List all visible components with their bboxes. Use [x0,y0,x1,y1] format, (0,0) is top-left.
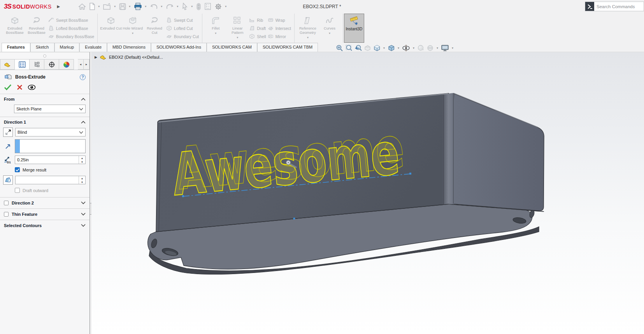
model-canvas[interactable]: Awesome Awesome Awesome [91,52,644,334]
featuremanager-tree-tab[interactable] [0,59,15,70]
open-caret[interactable]: ▾ [114,5,116,8]
end-condition-dropdown[interactable]: Blind [15,128,86,136]
curves-button[interactable]: Curves ▾ [319,14,340,42]
select-caret[interactable]: ▾ [191,5,193,8]
save-caret[interactable]: ▾ [129,5,130,8]
depth-spinner[interactable]: ▲▼ [79,156,85,164]
model-right-face[interactable] [449,94,544,211]
lofted-cut-button[interactable]: Lofted Cut [166,24,199,32]
curves-caret[interactable]: ▾ [329,31,330,35]
lofted-boss-base-button[interactable]: Lofted Boss/Base [48,24,94,32]
tab-mbd-dimensions[interactable]: MBD Dimensions [107,43,151,52]
spin-up-icon[interactable]: ▲ [79,176,85,180]
previous-view-icon[interactable] [354,44,362,52]
home-icon[interactable] [77,2,87,11]
spin-down-icon[interactable]: ▼ [79,160,85,164]
tab-scroll-right[interactable]: ▸ [84,59,89,70]
options-caret[interactable]: ▾ [225,5,226,8]
apply-scene-caret[interactable]: ▾ [437,46,438,50]
swept-cut-button[interactable]: Swept Cut [166,16,199,24]
redo-caret[interactable]: ▾ [177,5,178,8]
tab-solidworks-cam-tbm[interactable]: SOLIDWORKS CAM TBM [257,43,318,52]
file-properties-icon[interactable] [203,2,212,11]
selected-contours-section-header[interactable]: Selected Contours [0,220,89,231]
options-gear-icon[interactable] [213,2,223,11]
print-caret[interactable]: ▾ [145,5,146,8]
apply-scene-icon[interactable] [426,44,434,52]
revolved-cut-button[interactable]: Revolved Cut [144,14,165,42]
linear-pattern-button[interactable]: Linear Pattern ▾ [226,14,248,42]
tab-sketch[interactable]: Sketch [30,43,54,52]
select-icon[interactable] [181,2,190,11]
spin-down-icon[interactable]: ▼ [79,180,85,184]
display-style-icon[interactable] [387,44,395,52]
rib-button[interactable]: Rib [249,16,266,24]
cancel-button[interactable] [17,84,23,90]
search-commands-input[interactable] [594,4,644,9]
view-orientation-icon[interactable] [373,44,381,52]
thin-feature-section-header[interactable]: Thin Feature [0,209,89,220]
rebuild-icon[interactable] [195,2,202,11]
direction1-section-header[interactable]: Direction 1 [0,117,89,126]
wrap-button[interactable]: Wrap [268,16,291,24]
fillet-button[interactable]: Fillet ▾ [205,14,226,42]
depth-input[interactable] [15,157,79,162]
new-document-icon[interactable] [88,2,97,11]
help-icon[interactable]: ? [80,74,86,80]
direction2-section-header[interactable]: Direction 2 [0,198,89,208]
edit-appearance-icon[interactable] [417,44,425,52]
zoom-to-fit-icon[interactable] [335,44,344,52]
draft-angle-field[interactable]: ▲▼ [15,176,86,184]
intersect-button[interactable]: Intersect [268,24,291,32]
open-icon[interactable] [102,2,112,11]
tab-solidworks-add-ins[interactable]: SOLIDWORKS Add-Ins [151,43,207,52]
display-style-caret[interactable]: ▾ [398,46,399,50]
draft-angle-input[interactable] [16,178,79,182]
tab-markup[interactable]: Markup [54,43,80,52]
save-icon[interactable] [118,2,127,11]
from-section-header[interactable]: From [0,94,89,103]
panel-collapse-strip[interactable] [0,52,89,59]
display-manager-tab[interactable] [59,59,74,70]
sketch-point[interactable] [293,217,295,219]
boundary-cut-button[interactable]: Boundary Cut [166,33,199,40]
thin-feature-checkbox[interactable] [4,212,9,217]
instant3d-button[interactable]: Instant3D [344,14,364,43]
hide-show-items-caret[interactable]: ▾ [413,46,414,50]
reference-geometry-button[interactable]: Reference Geometry ▾ [297,14,319,42]
zoom-to-area-icon[interactable] [345,44,353,52]
property-manager-tab[interactable] [15,59,30,70]
tab-scroll-left[interactable]: ◂ [78,59,84,70]
tab-features[interactable]: Features [2,43,30,52]
swept-boss-base-button[interactable]: Swept Boss/Base [48,16,94,24]
draft-spinner[interactable]: ▲▼ [79,176,85,184]
draft-on-off-button[interactable] [3,175,13,185]
undo-icon[interactable] [149,2,159,10]
mirror-button[interactable]: Mirror [268,33,291,40]
section-view-icon[interactable] [363,44,372,52]
hide-show-items-icon[interactable] [402,44,411,52]
tab-evaluate[interactable]: Evaluate [79,43,107,52]
extruded-boss-base-button[interactable]: Extruded Boss/Base [4,14,26,42]
shell-button[interactable]: Shell [249,33,266,40]
reference-geometry-caret[interactable]: ▾ [307,36,309,39]
undo-caret[interactable]: ▾ [161,5,162,8]
direction2-checkbox[interactable] [4,201,9,205]
draft-button[interactable]: Draft [249,24,266,32]
fillet-caret[interactable]: ▾ [215,31,216,35]
from-plane-dropdown[interactable]: Sketch Plane [14,105,86,113]
revolved-boss-base-button[interactable]: Revolved Boss/Base [26,14,47,42]
direction-reference-selectbox[interactable] [15,139,86,153]
view-settings-icon[interactable] [440,44,449,52]
hole-wizard-button[interactable]: Hole Wizard ▾ [122,14,144,42]
linear-pattern-caret[interactable]: ▾ [237,36,238,39]
print-icon[interactable] [133,2,143,11]
reverse-direction-button[interactable] [3,128,13,137]
graphics-viewport[interactable]: ▶ EBOX2 (Default) <<Defaul... [91,52,644,334]
preview-eye-button[interactable] [28,84,36,90]
merge-result-checkbox[interactable] [15,167,20,172]
view-orientation-caret[interactable]: ▾ [383,46,385,50]
configuration-manager-tab[interactable] [30,59,44,70]
redo-icon[interactable] [165,2,175,10]
spin-up-icon[interactable]: ▲ [79,156,85,160]
